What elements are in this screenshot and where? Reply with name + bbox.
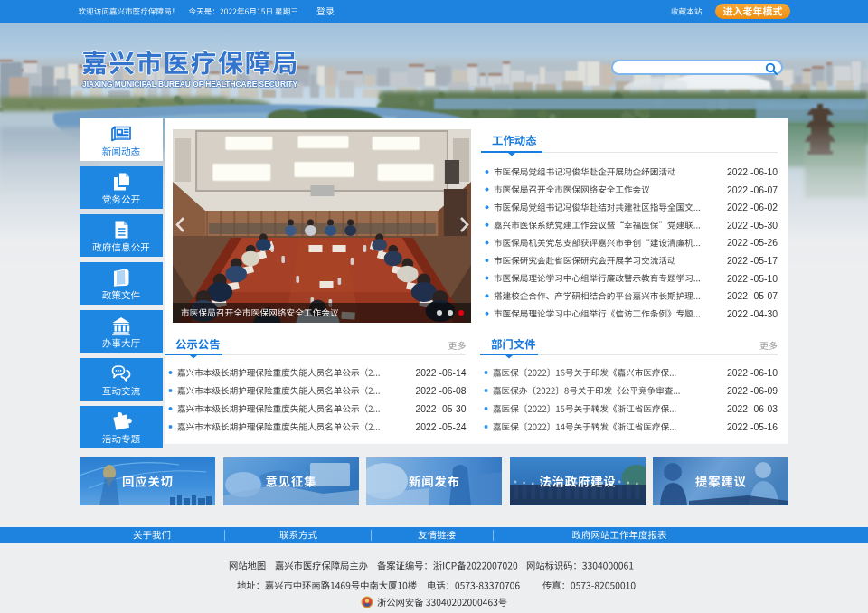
svg-text:2022 -05-24: 2022 -05-24 (415, 422, 466, 432)
svg-text:2022 -06-02: 2022 -06-02 (727, 203, 778, 212)
svg-text:2022 -06-09: 2022 -06-09 (727, 386, 778, 396)
svg-text:2022 -06-10: 2022 -06-10 (727, 167, 778, 177)
svg-text:2022 -04-30: 2022 -04-30 (727, 309, 778, 319)
svg-text:2022 -06-10: 2022 -06-10 (727, 368, 778, 378)
svg-text:2022 -06-07: 2022 -06-07 (727, 185, 778, 195)
svg-text:JIAXING MUNICIPAL BUREAU OF HE: JIAXING MUNICIPAL BUREAU OF HEALTHCARE S… (82, 80, 297, 89)
svg-text:2022 -05-30: 2022 -05-30 (727, 221, 778, 231)
svg-text:2022 -06-14: 2022 -06-14 (415, 368, 466, 378)
svg-text:2022 -05-30: 2022 -05-30 (415, 404, 466, 414)
svg-text:2022 -05-10: 2022 -05-10 (727, 274, 778, 284)
svg-text:2022 -05-26: 2022 -05-26 (727, 238, 778, 248)
svg-text:2022 -05-07: 2022 -05-07 (727, 291, 778, 301)
svg-text:2022 -06-03: 2022 -06-03 (727, 404, 778, 414)
svg-text:2022 -05-17: 2022 -05-17 (727, 256, 778, 266)
svg-text:2022 -05-16: 2022 -05-16 (727, 422, 778, 432)
svg-text:2022 -06-08: 2022 -06-08 (415, 386, 466, 396)
